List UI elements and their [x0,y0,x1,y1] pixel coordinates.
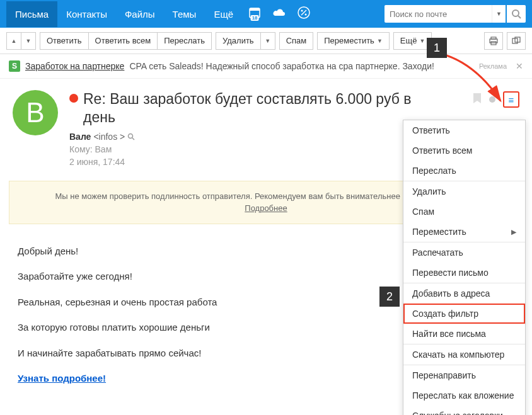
menu-forward[interactable]: Переслать [403,161,525,181]
menu-print[interactable]: Распечатать [403,242,525,263]
warning-more-link[interactable]: Подробнее [245,203,287,213]
nav-up-button[interactable]: ▲ [6,32,21,50]
search-button[interactable] [507,5,526,23]
ad-label: Реклама [479,62,507,70]
calendar-icon[interactable]: 18 [248,6,261,22]
mail-subject: Re: Ваш заработок будет составлять 6.000… [83,90,417,127]
print-icon-button[interactable] [484,32,503,50]
svg-point-13 [129,134,133,138]
mail-actions: ≡ [473,91,519,108]
search-wrap: ▼ [385,5,526,23]
move-button[interactable]: Переместить ▼ [317,32,390,50]
new-window-button[interactable] [507,32,526,50]
menu-create-filter[interactable]: Создать фильтр [403,304,525,324]
chevron-right-icon: ▶ [511,228,516,236]
search-input[interactable] [385,5,492,23]
annotation-callout-2: 2 [379,287,400,307]
ad-strip: S Заработок на партнерке CPA сеть Salead… [0,54,532,79]
spam-button[interactable]: Спам [279,32,314,50]
menu-reply[interactable]: Ответить [403,120,525,140]
percent-icon[interactable] [298,6,310,22]
from-name: Вале [69,132,91,142]
reply-button[interactable]: Ответить [40,32,89,50]
topbar-icons: 18 [248,6,310,22]
svg-point-4 [305,13,307,15]
topbar: Письма Контакты Файлы Темы Ещё 18 ▼ [0,0,532,28]
nav-files[interactable]: Файлы [116,1,164,27]
ad-icon: S [9,60,20,72]
ad-text: CPA сеть Saleads! Надежный способ зарабо… [129,61,434,71]
mark-dot-icon[interactable] [489,96,495,103]
search-dropdown[interactable]: ▼ [492,5,506,23]
svg-point-3 [301,9,303,11]
avatar: В [13,90,58,135]
ad-close-icon[interactable]: ✕ [516,61,523,71]
reply-all-button[interactable]: Ответить всем [88,32,158,50]
menu-spam[interactable]: Спам [403,202,525,222]
unread-dot-icon [69,94,78,103]
from-email: <infos > [93,132,125,142]
svg-rect-1 [250,8,260,11]
menu-find-all[interactable]: Найти все письма [403,324,525,344]
menu-reply-all[interactable]: Ответить всем [403,140,525,161]
menu-move[interactable]: Переместить▶ [403,222,525,242]
menu-forward-attach[interactable]: Переслать как вложение [403,385,525,406]
nav-more[interactable]: Ещё [205,1,242,27]
cloud-icon[interactable] [272,8,286,21]
toolbar: ▲ ▼ Ответить Ответить всем Переслать Уда… [0,28,532,54]
svg-line-7 [518,16,521,18]
flag-icon[interactable] [473,93,482,107]
menu-redirect[interactable]: Перенаправить [403,365,525,385]
annotation-callout-1: 1 [427,38,447,58]
calendar-badge: 18 [251,15,259,21]
search-sender-icon[interactable] [127,133,135,140]
nav-down-button[interactable]: ▼ [21,32,36,50]
menu-add-contact[interactable]: Добавить в адреса [403,283,525,304]
context-menu: Ответить Ответить всем Переслать Удалить… [403,120,526,415]
menu-download[interactable]: Скачать на компьютер [403,344,525,365]
topbar-nav: Письма Контакты Файлы Темы Ещё [6,1,242,27]
svg-line-14 [132,138,134,140]
delete-button[interactable]: Удалить [216,32,261,50]
delete-dropdown[interactable]: ▼ [260,32,275,50]
menu-headers[interactable]: Служебные заголовки [403,406,525,415]
nav-mail[interactable]: Письма [6,1,57,27]
message-menu-button[interactable]: ≡ [503,91,519,108]
forward-button[interactable]: Переслать [157,32,212,50]
nav-contacts[interactable]: Контакты [57,1,116,27]
ad-link[interactable]: Заработок на партнерке [25,61,124,71]
menu-translate[interactable]: Перевести письмо [403,263,525,283]
body-cta-link[interactable]: Узнать подробнее! [18,373,106,384]
svg-point-6 [512,10,519,16]
menu-delete[interactable]: Удалить [403,181,525,202]
nav-themes[interactable]: Темы [164,1,205,27]
